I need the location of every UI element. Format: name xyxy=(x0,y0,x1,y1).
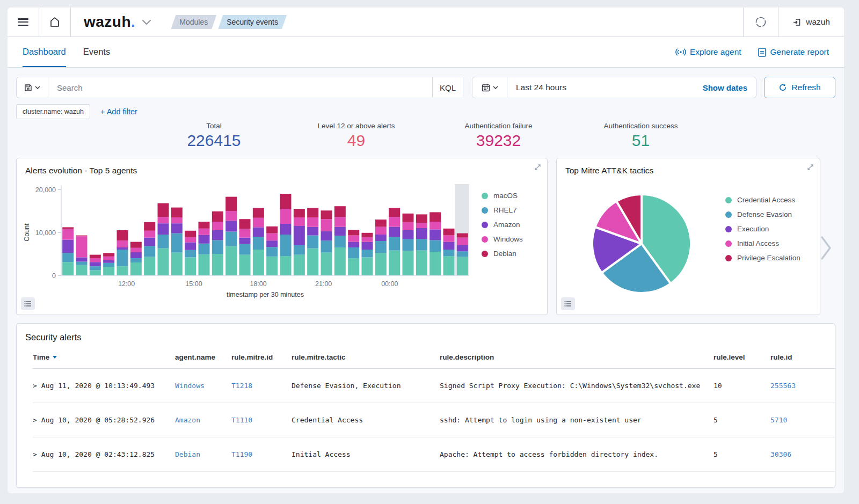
bar-segment-Windows[interactable] xyxy=(212,222,223,230)
bar-segment-Debian[interactable] xyxy=(117,230,128,240)
bar-segment-macOS[interactable] xyxy=(375,253,387,275)
bar-segment-Amazon[interactable] xyxy=(103,260,114,263)
bar-segment-Debian[interactable] xyxy=(443,229,455,236)
bar-segment-macOS[interactable] xyxy=(171,253,183,275)
bar-stack[interactable] xyxy=(185,231,196,275)
rule-id-link[interactable]: 5710 xyxy=(770,416,787,424)
bar-segment-Windows[interactable] xyxy=(403,222,414,230)
bar-stack[interactable] xyxy=(117,230,128,275)
bar-stack[interactable] xyxy=(171,208,183,275)
stat-value[interactable]: 39232 xyxy=(427,132,570,150)
bar-stack[interactable] xyxy=(307,208,318,275)
legend-item-privilege-escalation[interactable]: Privilege Escalation xyxy=(725,251,800,265)
bar-stack[interactable] xyxy=(362,233,373,275)
bar-segment-Amazon[interactable] xyxy=(144,238,155,246)
legend-item-credential-access[interactable]: Credential Access xyxy=(725,193,800,207)
bar-segment-Amazon[interactable] xyxy=(253,227,264,237)
bar-segment-Debian[interactable] xyxy=(430,212,441,222)
agent-link[interactable]: Amazon xyxy=(175,416,200,424)
table-row[interactable]: >Aug 10, 2020 @ 02:43:12.825DebianT1190I… xyxy=(33,437,835,472)
bar-segment-Amazon[interactable] xyxy=(199,235,210,244)
col-rule-description[interactable]: rule.description xyxy=(440,348,714,369)
bar-segment-Debian[interactable] xyxy=(90,255,101,258)
user-menu[interactable]: wazuh xyxy=(778,17,844,27)
bar-segment-Amazon[interactable] xyxy=(185,242,196,250)
mitre-tactics-pie-chart[interactable] xyxy=(588,190,695,297)
bar-segment-macOS[interactable] xyxy=(280,256,292,275)
bar-segment-Amazon[interactable] xyxy=(294,226,305,245)
bar-segment-macOS[interactable] xyxy=(362,257,373,275)
bar-segment-Windows[interactable] xyxy=(225,211,237,221)
bar-segment-RHEL7[interactable] xyxy=(348,247,359,258)
legend-item-debian[interactable]: Debian xyxy=(482,246,523,261)
bar-segment-macOS[interactable] xyxy=(294,255,305,275)
bar-stack[interactable] xyxy=(416,214,427,275)
bar-segment-macOS[interactable] xyxy=(348,258,359,275)
bar-stack[interactable] xyxy=(266,227,278,275)
bar-segment-macOS[interactable] xyxy=(185,257,196,275)
inspect-chart-button[interactable] xyxy=(561,297,575,310)
bar-segment-Debian[interactable] xyxy=(239,219,251,229)
agent-link[interactable]: Debian xyxy=(175,450,200,458)
bar-segment-Windows[interactable] xyxy=(103,257,114,260)
bar-segment-RHEL7[interactable] xyxy=(239,244,251,255)
agent-link[interactable]: Windows xyxy=(175,382,205,390)
bar-stack[interactable] xyxy=(76,236,88,275)
bar-segment-RHEL7[interactable] xyxy=(212,240,223,254)
breadcrumb-modules[interactable]: Modules xyxy=(171,15,216,29)
bar-segment-RHEL7[interactable] xyxy=(103,263,114,267)
bar-segment-Amazon[interactable] xyxy=(158,223,169,235)
col-rule-id[interactable]: rule.id xyxy=(770,348,835,369)
bar-segment-Amazon[interactable] xyxy=(307,227,318,236)
bar-segment-Debian[interactable] xyxy=(416,214,427,223)
bar-segment-Debian[interactable] xyxy=(144,222,155,231)
row-expand-icon[interactable]: > xyxy=(33,416,37,424)
time-range-value[interactable]: Last 24 hours xyxy=(507,83,703,92)
bar-segment-Windows[interactable] xyxy=(130,248,142,252)
bar-segment-Amazon[interactable] xyxy=(225,221,237,231)
bar-segment-Debian[interactable] xyxy=(280,194,292,209)
bar-segment-Amazon[interactable] xyxy=(266,240,278,247)
bar-segment-macOS[interactable] xyxy=(117,266,128,275)
bar-segment-Amazon[interactable] xyxy=(416,228,427,239)
legend-item-defense-evasion[interactable]: Defense Evasion xyxy=(725,207,800,222)
bar-segment-Windows[interactable] xyxy=(158,217,169,223)
legend-item-initial-access[interactable]: Initial Access xyxy=(725,236,800,251)
bar-segment-Windows[interactable] xyxy=(307,217,318,227)
bar-segment-Windows[interactable] xyxy=(294,217,305,226)
tab-dashboard[interactable]: Dashboard xyxy=(23,37,66,67)
bar-segment-RHEL7[interactable] xyxy=(307,236,318,249)
row-expand-icon[interactable]: > xyxy=(33,382,37,390)
bar-segment-Amazon[interactable] xyxy=(239,238,251,244)
bar-segment-RHEL7[interactable] xyxy=(76,261,88,265)
bar-segment-Debian[interactable] xyxy=(321,210,332,219)
bar-segment-Windows[interactable] xyxy=(389,217,400,227)
legend-item-windows[interactable]: Windows xyxy=(482,232,523,246)
bar-segment-Amazon[interactable] xyxy=(62,240,74,253)
bar-segment-Amazon[interactable] xyxy=(362,242,373,250)
bar-segment-RHEL7[interactable] xyxy=(253,237,264,250)
bar-segment-RHEL7[interactable] xyxy=(90,266,101,270)
bar-segment-RHEL7[interactable] xyxy=(158,235,169,249)
bar-segment-RHEL7[interactable] xyxy=(199,244,210,254)
bar-segment-Debian[interactable] xyxy=(76,236,88,237)
bar-segment-macOS[interactable] xyxy=(443,256,455,275)
stat-value[interactable]: 49 xyxy=(285,132,427,150)
bar-segment-macOS[interactable] xyxy=(199,254,210,275)
bar-segment-Debian[interactable] xyxy=(389,208,400,217)
bar-segment-macOS[interactable] xyxy=(130,262,142,275)
bar-segment-macOS[interactable] xyxy=(430,252,441,275)
bar-stack[interactable] xyxy=(144,222,155,275)
bar-stack[interactable] xyxy=(239,219,251,275)
bar-segment-Windows[interactable] xyxy=(280,209,292,224)
legend-item-rhel7[interactable]: RHEL7 xyxy=(482,203,523,217)
bar-segment-Debian[interactable] xyxy=(307,208,318,217)
bar-stack[interactable] xyxy=(294,209,305,275)
show-dates-button[interactable]: Show dates xyxy=(703,83,756,92)
bar-segment-Windows[interactable] xyxy=(90,258,101,262)
bar-segment-Windows[interactable] xyxy=(253,218,264,228)
bar-segment-Debian[interactable] xyxy=(253,208,264,217)
bar-segment-Debian[interactable] xyxy=(294,209,305,217)
bar-segment-Windows[interactable] xyxy=(185,237,196,243)
bar-stack[interactable] xyxy=(457,233,468,275)
